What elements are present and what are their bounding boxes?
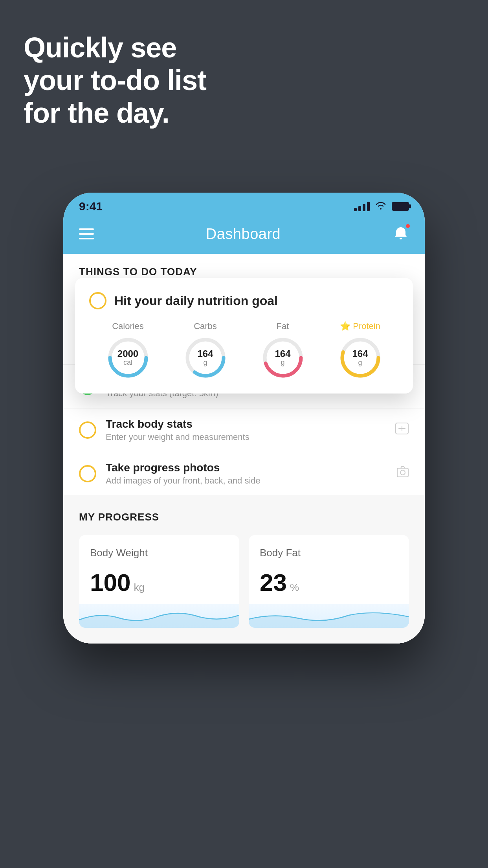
body-weight-card-title: Body Weight	[90, 547, 228, 559]
progress-cards: Body Weight 100 kg	[79, 535, 409, 628]
carbs-donut: 164 g	[184, 336, 227, 379]
photos-title: Take progress photos	[106, 462, 387, 474]
carbs-label: Carbs	[194, 321, 217, 331]
body-weight-card: Body Weight 100 kg	[79, 535, 239, 628]
scale-icon	[395, 422, 409, 438]
hero-line1: Quickly see	[24, 31, 206, 64]
status-icons	[354, 201, 409, 212]
nutrition-calories: Calories 2000 cal	[106, 321, 150, 379]
todo-item-photos[interactable]: Take progress photos Add images of your …	[63, 452, 425, 495]
status-bar: 9:41	[63, 193, 425, 217]
phone-frame: 9:41	[63, 193, 425, 644]
body-weight-value: 100	[90, 568, 130, 596]
body-stats-check-circle[interactable]	[79, 421, 96, 439]
nutrition-card: Hit your daily nutrition goal Calories	[75, 278, 413, 394]
nutrition-check-circle[interactable]	[89, 292, 106, 309]
photos-check-circle[interactable]	[79, 465, 96, 482]
notifications-button[interactable]	[393, 225, 409, 243]
hamburger-line	[79, 233, 94, 235]
nutrition-protein: ⭐ Protein 164 g	[339, 321, 382, 379]
hamburger-line	[79, 238, 94, 239]
todo-item-body-stats[interactable]: Track body stats Enter your weight and m…	[63, 408, 425, 452]
body-stats-subtitle: Enter your weight and measurements	[106, 432, 385, 442]
body-stats-title: Track body stats	[106, 418, 385, 430]
body-weight-unit: kg	[134, 581, 144, 594]
fat-label: Fat	[277, 321, 289, 331]
body-stats-text: Track body stats Enter your weight and m…	[106, 418, 385, 442]
app-header: Dashboard	[63, 217, 425, 254]
nutrition-card-title: Hit your daily nutrition goal	[114, 294, 278, 308]
todo-section: Hit your daily nutrition goal Calories	[63, 286, 425, 495]
photos-subtitle: Add images of your front, back, and side	[106, 476, 387, 486]
hero-line3: for the day.	[24, 97, 206, 129]
svg-point-10	[400, 470, 405, 475]
svg-rect-9	[397, 468, 408, 477]
menu-button[interactable]	[79, 228, 94, 239]
content-area: THINGS TO DO TODAY Hit your daily nutrit…	[63, 254, 425, 644]
fat-donut: 164 g	[261, 336, 305, 379]
protein-label: ⭐ Protein	[340, 321, 380, 331]
hamburger-line	[79, 228, 94, 230]
body-fat-chart	[249, 604, 409, 628]
phone-wrapper: 9:41	[63, 193, 425, 644]
protein-donut: 164 g	[339, 336, 382, 379]
carbs-value: 164 g	[197, 349, 213, 367]
protein-value: 164 g	[352, 349, 368, 367]
body-fat-unit: %	[290, 581, 299, 594]
nutrition-fat: Fat 164 g	[261, 321, 305, 379]
fat-value: 164 g	[275, 349, 290, 367]
photo-icon	[396, 466, 409, 482]
nutrition-carbs: Carbs 164 g	[184, 321, 227, 379]
nutrition-row: Calories 2000 cal	[89, 321, 399, 379]
progress-section: MY PROGRESS Body Weight 100 kg	[63, 495, 425, 628]
photos-text: Take progress photos Add images of your …	[106, 462, 387, 486]
progress-header: MY PROGRESS	[79, 511, 409, 523]
battery-icon	[392, 202, 409, 211]
nutrition-card-header: Hit your daily nutrition goal	[89, 292, 399, 309]
hero-line2: your to-do list	[24, 64, 206, 97]
header-title: Dashboard	[206, 226, 281, 243]
calories-value: 2000 cal	[117, 349, 138, 367]
wifi-icon	[375, 201, 386, 212]
hero-text: Quickly see your to-do list for the day.	[24, 31, 206, 129]
body-weight-chart	[79, 604, 239, 628]
body-fat-card-title: Body Fat	[260, 547, 398, 559]
calories-donut: 2000 cal	[106, 336, 150, 379]
calories-label: Calories	[112, 321, 144, 331]
bottom-spacer	[63, 628, 425, 644]
body-fat-card: Body Fat 23 %	[249, 535, 409, 628]
body-fat-value-row: 23 %	[260, 568, 398, 596]
status-time: 9:41	[79, 200, 103, 213]
things-header-label: THINGS TO DO TODAY	[79, 266, 197, 278]
body-fat-value: 23	[260, 568, 287, 596]
signal-icon	[354, 202, 370, 211]
notification-dot	[405, 223, 411, 229]
body-weight-value-row: 100 kg	[90, 568, 228, 596]
